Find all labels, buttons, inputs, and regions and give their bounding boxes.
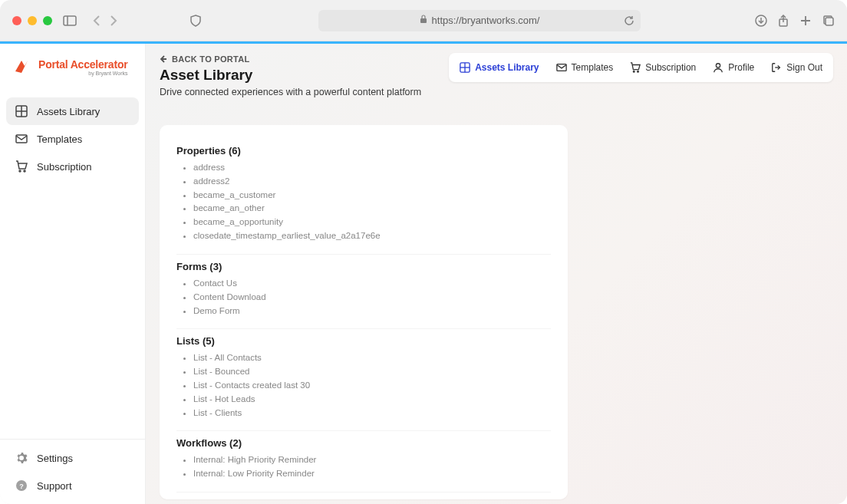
svg-text:?: ? [19,483,24,490]
mail-icon [556,62,567,73]
group-title: Forms (3) [176,261,551,272]
url-bar[interactable]: https://bryantworks.com/ [318,10,641,31]
topbar-label: Sign Out [786,62,822,73]
sidebar-item-label: Assets Library [37,106,100,117]
group-title: Properties (6) [176,145,551,156]
minimize-window-button[interactable] [28,16,37,25]
grid-icon [460,62,470,73]
main: BACK TO PORTAL Asset Library Drive conne… [146,44,847,504]
svg-rect-13 [16,135,27,143]
topbar-profile[interactable]: Profile [705,56,762,79]
topbar-label: Profile [728,62,754,73]
asset-group: Workflows (2)Internal: High Priority Rem… [176,431,551,492]
group-list: List - All ContactsList - BouncedList - … [176,351,551,420]
sidebar-item-assets-library[interactable]: Assets Library [6,97,139,125]
user-icon [713,62,723,73]
svg-point-15 [24,170,25,172]
mail-icon [15,133,28,145]
list-item[interactable]: Demo Form [193,305,551,318]
sidebar-item-subscription[interactable]: Subscription [6,153,139,180]
browser-chrome: https://bryantworks.com/ [0,0,847,41]
topbar-assets-library[interactable]: Assets Library [452,56,546,79]
topbar-label: Subscription [645,62,696,73]
list-item[interactable]: became_a_customer [193,189,551,203]
list-item[interactable]: closedate_timestamp_earliest_value_a2a17… [193,229,551,243]
logo-main-text: Portal Accelerator [38,58,128,71]
list-item[interactable]: Content Download [193,291,551,305]
svg-rect-2 [420,18,427,23]
url-text: https://bryantworks.com/ [432,15,540,26]
list-item[interactable]: address [193,161,551,175]
list-item[interactable]: List - Clients [193,407,551,420]
svg-rect-0 [64,16,76,25]
question-icon: ? [15,479,28,492]
forward-button[interactable] [109,15,118,27]
asset-group: Properties (6)addressaddress2became_a_cu… [176,139,551,255]
tabs-icon[interactable] [822,15,835,27]
content-card: Properties (6)addressaddress2became_a_cu… [160,125,568,499]
back-button[interactable] [92,15,101,27]
sidebar-item-label: Support [37,480,72,492]
topbar-label: Templates [572,62,614,73]
sidebar-item-support[interactable]: ? Support [6,472,139,499]
cart-icon [630,62,641,73]
group-list: addressaddress2became_a_customerbecame_a… [176,161,551,243]
group-title: Workflows (2) [176,437,551,449]
list-item[interactable]: List - Contacts created last 30 [193,379,551,393]
close-window-button[interactable] [12,16,21,25]
group-list: Contact UsContent DownloadDemo Form [176,277,551,318]
nav-arrows [92,15,118,27]
share-icon[interactable] [778,15,789,27]
new-tab-icon[interactable] [799,15,812,27]
sidebar-item-label: Templates [37,133,82,145]
sign-out-icon [771,62,782,73]
sidebar-item-templates[interactable]: Templates [6,125,139,153]
list-item[interactable]: address2 [193,175,551,189]
asset-group: Forms (3)Contact UsContent DownloadDemo … [176,255,551,329]
cart-icon [15,160,28,173]
grid-icon [15,105,28,117]
download-icon[interactable] [755,15,767,27]
topbar-templates[interactable]: Templates [549,56,621,79]
sidebar-item-label: Settings [37,453,73,464]
page-subtitle: Drive connected experiences with a power… [160,87,833,97]
topbar: Assets Library Templates Subscription Pr… [449,53,833,82]
maximize-window-button[interactable] [43,16,52,25]
sidebar-item-settings[interactable]: Settings [6,444,139,472]
list-item[interactable]: Internal: Low Priority Reminder [193,467,551,481]
svg-point-23 [634,71,635,72]
lock-icon [420,15,427,26]
list-item[interactable]: List - All Contacts [193,351,551,365]
group-list: Internal: High Priority ReminderInternal… [176,453,551,481]
svg-rect-22 [556,64,565,71]
sidebar-item-label: Subscription [37,161,92,173]
logo-sub-text: by Bryant Works [38,71,128,76]
list-item[interactable]: Contact Us [193,277,551,291]
list-item[interactable]: Internal: High Priority Reminder [193,453,551,467]
list-item[interactable]: became_an_other [193,202,551,216]
list-item[interactable]: List - Bounced [193,365,551,379]
asset-group: Email templates (2)Ticket closedTicket r… [176,492,551,499]
topbar-sign-out[interactable]: Sign Out [763,56,830,79]
list-item[interactable]: List - Hot Leads [193,393,551,407]
gear-icon [15,452,28,464]
logo[interactable]: Portal Accelerator by Bryant Works [0,44,145,93]
list-item[interactable]: became_a_opportunity [193,216,551,229]
traffic-lights [12,16,52,25]
group-title: Lists (5) [176,335,551,347]
svg-point-25 [717,64,720,68]
refresh-icon[interactable] [624,15,634,26]
asset-group: Lists (5)List - All ContactsList - Bounc… [176,329,551,431]
sidebar-toggle-icon[interactable] [63,15,77,26]
shield-icon[interactable] [190,15,201,27]
svg-point-24 [638,71,639,72]
back-label: BACK TO PORTAL [172,54,250,64]
topbar-subscription[interactable]: Subscription [622,56,704,79]
group-title: Email templates (2) [176,499,551,499]
topbar-label: Assets Library [475,62,539,73]
chrome-right [755,15,835,27]
svg-point-14 [19,170,21,172]
svg-rect-9 [826,18,833,25]
sidebar: Portal Accelerator by Bryant Works Asset… [0,44,146,504]
logo-mark-icon [11,56,32,77]
